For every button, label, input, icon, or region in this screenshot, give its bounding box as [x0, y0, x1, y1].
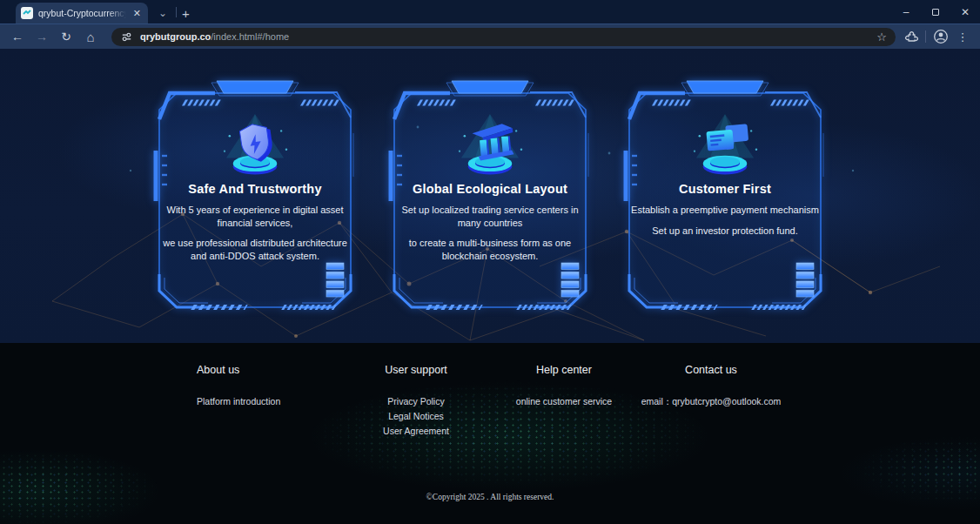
footer-column-support: User support Privacy Policy Legal Notice…: [383, 364, 449, 441]
card-title: Global Ecological Layout: [413, 182, 567, 196]
card-paragraph: Set up localized trading service centers…: [393, 204, 587, 229]
bookmark-star-icon[interactable]: ☆: [876, 30, 887, 44]
home-icon[interactable]: ⌂: [80, 26, 101, 47]
forward-icon[interactable]: →: [31, 26, 52, 47]
feature-card-safe: Safe And Trustworthy With 5 years of exp…: [151, 81, 359, 316]
footer-link-privacy-policy[interactable]: Privacy Policy: [383, 397, 449, 406]
browser-window: qrybut-Cryptocurrency exchang ✕ ⌄ + – ✕ …: [0, 0, 980, 524]
tab-close-icon[interactable]: ✕: [131, 7, 143, 20]
footer-link-user-agreement[interactable]: User Agreement: [383, 427, 449, 435]
url-text[interactable]: qrybutgroup.co/index.html#/home: [140, 31, 289, 42]
page-content: Safe And Trustworthy With 5 years of exp…: [0, 49, 980, 524]
close-window-button[interactable]: ✕: [950, 0, 980, 24]
card-paragraph: to create a multi-business form as one b…: [393, 237, 587, 262]
tabstrip-divider: [176, 7, 177, 17]
restore-button[interactable]: [921, 0, 950, 24]
address-bar[interactable]: qrybutgroup.co/index.html#/home ☆: [111, 28, 896, 46]
feature-cards-row: Safe And Trustworthy With 5 years of exp…: [0, 81, 980, 316]
url-host: qrybutgroup.co: [140, 31, 211, 42]
toolbar-divider: [925, 30, 926, 43]
tab-strip: qrybut-Cryptocurrency exchang ✕ ⌄ + – ✕: [0, 0, 980, 24]
reload-icon[interactable]: ↻: [56, 26, 77, 47]
copyright-notice: ©Copyright 2025 . All rights reserved.: [0, 493, 980, 501]
feature-card-global: Global Ecological Layout Set up localize…: [386, 81, 594, 316]
footer-link-legal-notices[interactable]: Legal Notices: [383, 412, 449, 420]
feature-card-customer: Customer First Establish a preemptive pa…: [621, 81, 829, 316]
card-paragraph: With 5 years of experience in digital as…: [158, 204, 352, 229]
site-footer: About us Platform introduction User supp…: [0, 343, 980, 524]
card-title: Customer First: [679, 182, 771, 196]
tab-chevron-icon[interactable]: ⌄: [158, 7, 167, 19]
card-paragraph: Establish a preemptive payment mechanism: [628, 204, 822, 217]
footer-column-contact: Contact us email：qrybutcrypto@outlook.co…: [641, 364, 782, 412]
window-controls: – ✕: [891, 0, 980, 24]
tab-title: qrybut-Cryptocurrency exchang: [38, 8, 126, 18]
extensions-icon[interactable]: [904, 30, 918, 44]
footer-heading: Help center: [516, 364, 612, 376]
browser-toolbar: ← → ↻ ⌂ qrybutgroup.co/index.html#/home …: [0, 24, 980, 49]
features-section: Safe And Trustworthy With 5 years of exp…: [0, 49, 980, 343]
minimize-button[interactable]: –: [891, 0, 921, 24]
footer-heading: User support: [383, 364, 449, 376]
restore-icon: [932, 9, 939, 16]
menu-icon[interactable]: ⋮: [952, 26, 973, 47]
chat-panels-icon: [683, 114, 767, 175]
footer-link-platform-introduction[interactable]: Platform introduction: [197, 397, 280, 406]
footer-contact-email: email：qrybutcrypto@outlook.com: [641, 397, 782, 406]
browser-tab[interactable]: qrybut-Cryptocurrency exchang ✕: [16, 3, 148, 24]
card-paragraph: Set up an investor protection fund.: [628, 225, 822, 238]
bank-building-icon: [448, 114, 532, 175]
footer-heading: Contact us: [641, 364, 782, 376]
back-icon[interactable]: ←: [7, 26, 28, 47]
site-settings-tune-icon[interactable]: [120, 30, 133, 44]
footer-heading: About us: [197, 364, 280, 376]
profile-icon[interactable]: [933, 29, 949, 44]
shield-icon: [213, 114, 297, 175]
footer-column-about: About us Platform introduction: [197, 364, 280, 412]
card-title: Safe And Trustworthy: [188, 182, 321, 196]
tab-favicon: [21, 7, 33, 19]
url-path: /index.html#/home: [211, 31, 289, 42]
card-paragraph: we use professional distributed architec…: [158, 237, 352, 262]
footer-link-online-customer-service[interactable]: online customer service: [516, 397, 612, 406]
footer-column-help: Help center online customer service: [516, 364, 612, 412]
new-tab-button[interactable]: +: [182, 6, 190, 21]
